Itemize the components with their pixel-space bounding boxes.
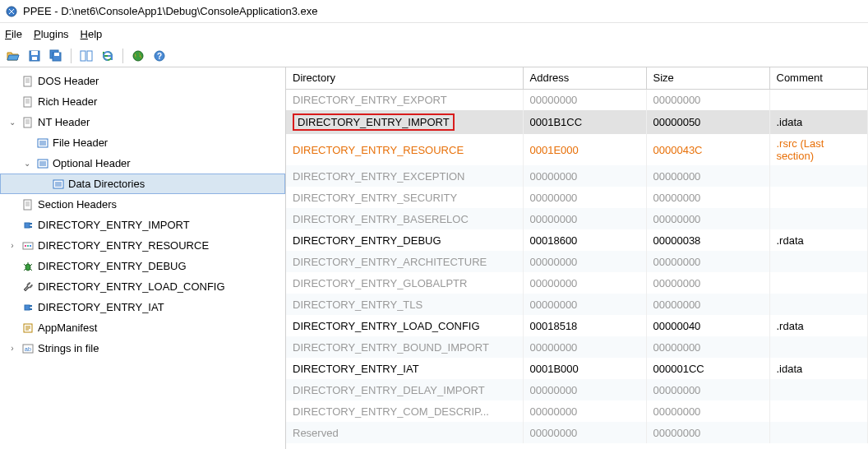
cell-directory: DIRECTORY_ENTRY_DEBUG <box>286 229 523 251</box>
table-row[interactable]: DIRECTORY_ENTRY_SECURITY0000000000000000 <box>286 187 868 208</box>
cell-comment: .idata <box>769 358 868 379</box>
tree-item-directory-entry-load-config[interactable]: DIRECTORY_ENTRY_LOAD_CONFIG <box>0 276 285 297</box>
table-row[interactable]: DIRECTORY_ENTRY_DELAY_IMPORT000000000000… <box>286 379 868 400</box>
cell-address: 00000000 <box>523 294 646 315</box>
page-icon <box>21 198 35 211</box>
open-icon[interactable] <box>5 48 21 64</box>
menu-file[interactable]: File <box>5 28 22 40</box>
column-header-comment[interactable]: Comment <box>769 67 868 89</box>
cell-comment <box>769 400 868 422</box>
cell-size: 00000040 <box>646 315 769 336</box>
cell-directory: DIRECTORY_ENTRY_TLS <box>286 294 523 315</box>
menu-help[interactable]: Help <box>81 28 103 40</box>
cell-directory: DIRECTORY_ENTRY_DELAY_IMPORT <box>286 379 523 400</box>
tree-item-directory-entry-iat[interactable]: DIRECTORY_ENTRY_IAT <box>0 297 285 317</box>
save-all-icon[interactable] <box>48 48 64 64</box>
titlebar: PPEE - D:\net6\ConsoleApp1\Debug\Console… <box>0 0 868 23</box>
table-row[interactable]: DIRECTORY_ENTRY_EXPORT0000000000000000 <box>286 89 868 110</box>
tree-item-nt-header[interactable]: ⌄NT Header <box>0 112 285 132</box>
table-row[interactable]: DIRECTORY_ENTRY_IMPORT0001B1CC00000050.i… <box>286 110 868 134</box>
svg-rect-8 <box>87 51 92 61</box>
table-row[interactable]: DIRECTORY_ENTRY_IAT0001B000000001CC.idat… <box>286 358 868 379</box>
cell-address: 0001E000 <box>523 134 646 165</box>
page-icon <box>21 75 35 88</box>
tree-item-data-directories[interactable]: Data Directories <box>0 174 285 194</box>
cell-size: 00000000 <box>646 379 769 400</box>
cell-address: 00000000 <box>523 251 646 272</box>
save-icon[interactable] <box>26 48 43 64</box>
tree-item-file-header[interactable]: File Header <box>0 132 285 153</box>
tree-item-rich-header[interactable]: Rich Header <box>0 91 285 112</box>
table-row[interactable]: DIRECTORY_ENTRY_EXCEPTION000000000000000… <box>286 165 868 187</box>
table-row[interactable]: DIRECTORY_ENTRY_RESOURCE0001E0000000043C… <box>286 134 868 165</box>
column-header-address[interactable]: Address <box>523 67 646 89</box>
app-icon <box>5 5 18 18</box>
tree-item-strings-in-file[interactable]: ›abStrings in file <box>0 338 285 359</box>
table-pane: Directory Address Size Comment DIRECTORY… <box>286 67 868 449</box>
chevron-right-icon[interactable]: › <box>7 241 18 250</box>
column-header-size[interactable]: Size <box>646 67 769 89</box>
column-header-directory[interactable]: Directory <box>286 67 523 89</box>
refresh-icon[interactable] <box>99 48 116 64</box>
cell-size: 00000000 <box>646 208 769 229</box>
tree-label: Data Directories <box>68 178 145 190</box>
cell-directory: DIRECTORY_ENTRY_IAT <box>286 358 523 379</box>
cell-size: 00000038 <box>646 229 769 251</box>
cell-comment <box>769 379 868 400</box>
cell-address: 00000000 <box>523 89 646 110</box>
chevron-right-icon[interactable]: › <box>7 344 18 353</box>
svg-rect-13 <box>24 97 31 107</box>
cell-size: 00000000 <box>646 187 769 208</box>
svg-text:ab: ab <box>25 346 31 352</box>
cell-size: 00000000 <box>646 165 769 187</box>
table-row[interactable]: DIRECTORY_ENTRY_BOUND_IMPORT000000000000… <box>286 336 868 358</box>
help-icon[interactable]: ? <box>151 48 168 64</box>
tree-item-dos-header[interactable]: DOS Header <box>0 71 285 91</box>
tree-item-directory-entry-resource[interactable]: ›DIRECTORY_ENTRY_RESOURCE <box>0 235 285 256</box>
cell-directory: DIRECTORY_ENTRY_LOAD_CONFIG <box>286 315 523 336</box>
cell-directory: DIRECTORY_ENTRY_EXCEPTION <box>286 165 523 187</box>
table-row[interactable]: DIRECTORY_ENTRY_DEBUG0001860000000038.rd… <box>286 229 868 251</box>
tree-item-directory-entry-import[interactable]: DIRECTORY_ENTRY_IMPORT <box>0 215 285 235</box>
table-row[interactable]: DIRECTORY_ENTRY_GLOBALPTR000000000000000… <box>286 272 868 294</box>
cell-size: 00000000 <box>646 294 769 315</box>
table-row[interactable]: Reserved0000000000000000 <box>286 422 868 443</box>
svg-point-9 <box>133 51 143 61</box>
cell-address: 00000000 <box>523 400 646 422</box>
chevron-down-icon[interactable]: ⌄ <box>21 159 33 168</box>
svg-point-22 <box>27 245 29 247</box>
list-icon <box>36 137 49 150</box>
svg-rect-3 <box>32 57 37 60</box>
tree-item-appmanifest[interactable]: AppManifest <box>0 317 285 338</box>
table-row[interactable]: DIRECTORY_ENTRY_ARCHITECTURE000000000000… <box>286 251 868 272</box>
table-row[interactable]: DIRECTORY_ENTRY_LOAD_CONFIG0001851800000… <box>286 315 868 336</box>
tree-label: DIRECTORY_ENTRY_LOAD_CONFIG <box>38 280 225 293</box>
cell-comment <box>769 165 868 187</box>
svg-rect-12 <box>24 76 31 86</box>
cell-directory: DIRECTORY_ENTRY_BOUND_IMPORT <box>286 336 523 358</box>
tree-item-optional-header[interactable]: ⌄Optional Header <box>0 153 285 174</box>
cell-directory: DIRECTORY_ENTRY_COM_DESCRIP... <box>286 400 523 422</box>
page-icon <box>21 95 35 109</box>
tree-label: NT Header <box>38 116 90 128</box>
toggle-panes-icon[interactable] <box>78 48 95 64</box>
chevron-down-icon[interactable]: ⌄ <box>7 118 18 127</box>
tree-label: Section Headers <box>38 198 117 211</box>
tree-item-section-headers[interactable]: Section Headers <box>0 194 285 215</box>
table-row[interactable]: DIRECTORY_ENTRY_BASERELOC000000000000000… <box>286 208 868 229</box>
cell-address: 0001B000 <box>523 358 646 379</box>
globe-icon[interactable] <box>130 48 146 64</box>
table-row[interactable]: DIRECTORY_ENTRY_TLS0000000000000000 <box>286 294 868 315</box>
tree-label: DIRECTORY_ENTRY_IMPORT <box>38 219 190 231</box>
cell-directory: Reserved <box>286 422 523 443</box>
tree-label: File Header <box>53 137 108 149</box>
tree-item-directory-entry-debug[interactable]: DIRECTORY_ENTRY_DEBUG <box>0 256 285 276</box>
tree-label: Rich Header <box>38 95 97 108</box>
cell-directory: DIRECTORY_ENTRY_BASERELOC <box>286 208 523 229</box>
tree-label: DOS Header <box>38 75 99 87</box>
cell-size: 000001CC <box>646 358 769 379</box>
tree-label: DIRECTORY_ENTRY_DEBUG <box>38 260 187 272</box>
menu-plugins[interactable]: Plugins <box>34 28 69 40</box>
cell-size: 00000000 <box>646 89 769 110</box>
table-row[interactable]: DIRECTORY_ENTRY_COM_DESCRIP...0000000000… <box>286 400 868 422</box>
